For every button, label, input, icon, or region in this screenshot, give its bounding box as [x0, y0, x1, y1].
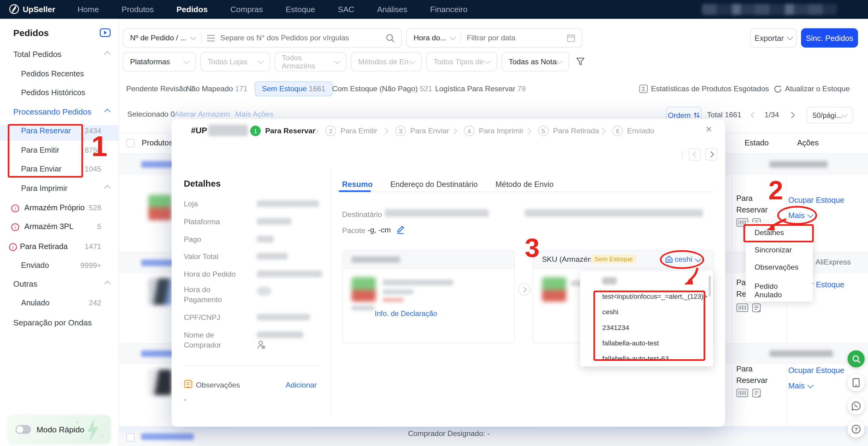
- redacted-line: [382, 279, 454, 285]
- sidebar-section-processando[interactable]: Processando Pedidos: [13, 107, 112, 116]
- floating-search-button[interactable]: [847, 350, 865, 368]
- item-label: Para Retirada: [20, 242, 68, 251]
- barcode-icon[interactable]: [736, 388, 748, 397]
- tab-sem-estoque[interactable]: Sem Estoque 1661: [255, 82, 333, 96]
- search-icon[interactable]: [386, 34, 395, 42]
- nav-item-produtos[interactable]: Produtos: [122, 5, 154, 13]
- modal-prev-button[interactable]: [689, 149, 701, 161]
- redacted-value: [257, 253, 288, 260]
- add-observation-link[interactable]: Adicionar: [285, 381, 317, 389]
- column-header-produtos: Produtos: [142, 138, 173, 147]
- tab-resumo[interactable]: Resumo: [342, 180, 373, 189]
- clipboard-icon[interactable]: [752, 303, 761, 313]
- tab-endereco-destinatario[interactable]: Endereço do Destinatário: [390, 180, 478, 189]
- chevron-up-icon[interactable]: [104, 281, 111, 287]
- nav-item-pedidos[interactable]: Pedidos: [176, 5, 208, 13]
- redacted-card-title: [351, 256, 400, 263]
- nav-item-sac[interactable]: SAC: [338, 5, 354, 13]
- order-search-input[interactable]: [219, 33, 386, 43]
- sidebar-section-separacao-ondas[interactable]: Separação por Ondas: [13, 318, 112, 327]
- tab-logistica-reservar[interactable]: Logística Para Reservar 79: [435, 85, 526, 93]
- sidebar-item-para-retirada[interactable]: Para Retirada 1471: [20, 242, 101, 251]
- quick-mode-toggle[interactable]: [16, 425, 31, 434]
- step-number-badge: 6: [612, 126, 623, 136]
- menu-item-sincronizar[interactable]: Sincronizar: [746, 241, 812, 258]
- sidebar-section-total-pedidos[interactable]: Total Pedidos: [13, 50, 112, 59]
- refresh-stock-link[interactable]: Atualizar o Estoque: [774, 85, 849, 93]
- pencil-icon[interactable]: [396, 225, 405, 234]
- nav-item-financeiro[interactable]: Financeiro: [430, 5, 468, 13]
- tab-com-estoque[interactable]: Com Estoque (Não Pago) 521: [332, 85, 432, 93]
- nav-item-compras[interactable]: Compras: [230, 5, 263, 13]
- menu-item-observacoes[interactable]: Observações: [746, 258, 812, 276]
- pacote-label: Pacote: [342, 226, 366, 236]
- chevron-up-icon[interactable]: [104, 109, 111, 115]
- order-number-select[interactable]: Nº de Pedido / ...: [123, 34, 200, 42]
- occupy-stock-link[interactable]: Ocupar Estoque: [788, 195, 844, 204]
- notes-select[interactable]: Todas as Notas...: [502, 52, 569, 71]
- step-2-para-emitir: 2 Para Emitir: [326, 126, 377, 136]
- more-dropdown-link[interactable]: Mais: [788, 381, 812, 390]
- change-warehouse-link[interactable]: Alterar Armazém: [174, 110, 230, 118]
- clipboard-icon[interactable]: [752, 388, 761, 398]
- declaration-info-link[interactable]: Info. de Declaração: [375, 309, 437, 318]
- floating-whatsapp-button[interactable]: [847, 397, 865, 414]
- sidebar-item-para-imprimir[interactable]: Para Imprimir: [21, 184, 112, 192]
- sidebar-section-outras[interactable]: Outras: [13, 279, 112, 288]
- close-icon[interactable]: ×: [706, 123, 712, 135]
- sidebar-item-anulado[interactable]: Anulado 242: [21, 298, 101, 307]
- question-icon: ?: [851, 424, 861, 434]
- sidebar-item-pedidos-recentes[interactable]: Pedidos Recentes: [21, 69, 112, 78]
- time-type-select[interactable]: Hora do...: [407, 34, 461, 42]
- step-1-para-reservar: 1 Para Reservar: [250, 126, 315, 136]
- redacted-order-link[interactable]: [141, 433, 194, 440]
- tab-pendente-revisao[interactable]: Pendente Revisão 2: [126, 85, 193, 93]
- warehouses-select[interactable]: Todos Armazéns: [275, 52, 346, 71]
- nav-item-home[interactable]: Home: [78, 5, 99, 13]
- sidebar-item-enviado[interactable]: Enviado 9999+: [21, 261, 101, 269]
- next-item-button[interactable]: [518, 283, 530, 295]
- occupy-stock-link[interactable]: Ocupar Estoque: [788, 366, 844, 375]
- sync-orders-button[interactable]: Sinc. Pedidos: [801, 28, 858, 47]
- select-all-checkbox[interactable]: [126, 139, 134, 147]
- sidebar-item-pedidos-historicos[interactable]: Pedidos Históricos: [21, 88, 112, 97]
- arrow-right-icon: [521, 287, 526, 292]
- sidebar-item-armazem-3pl[interactable]: Armazém 3PL 5: [24, 222, 101, 230]
- row-checkbox[interactable]: [126, 433, 134, 442]
- tutorial-video-icon[interactable]: [100, 28, 111, 37]
- tab-nao-mapeado[interactable]: Não Mapeado 171: [186, 85, 248, 93]
- stats-esgotados-link[interactable]: Σ Estatísticas de Produtos Esgotados: [640, 85, 769, 93]
- page-size-select[interactable]: 50/pági...: [806, 107, 853, 124]
- step-number-badge: 1: [250, 126, 261, 136]
- dropdown-scrollbar[interactable]: [709, 276, 711, 297]
- shipping-methods-select[interactable]: Métodos de En...: [351, 52, 422, 71]
- nav-item-estoque[interactable]: Estoque: [285, 5, 315, 13]
- floating-help-button[interactable]: ?: [847, 420, 865, 438]
- annotation-number-2: 2: [768, 175, 783, 205]
- nav-item-analises[interactable]: Análises: [377, 5, 407, 13]
- chevron-up-icon[interactable]: [104, 185, 111, 191]
- platforms-select[interactable]: Plataformas: [123, 52, 196, 71]
- calendar-icon[interactable]: [567, 34, 575, 42]
- chevron-up-icon[interactable]: [104, 51, 111, 58]
- stores-select[interactable]: Todas Lojas: [200, 52, 270, 71]
- date-range-input[interactable]: [461, 33, 567, 43]
- funnel-icon[interactable]: [576, 57, 585, 66]
- select-value: Todas Lojas: [208, 58, 248, 66]
- order-types-select[interactable]: Todos Tipos de ...: [426, 52, 497, 71]
- sidebar-item-armazem-proprio[interactable]: Armazém Próprio 528: [24, 203, 101, 212]
- person-icon[interactable]: [257, 340, 265, 349]
- brand[interactable]: UpSeller: [9, 4, 55, 14]
- floating-mobile-button[interactable]: [847, 374, 865, 391]
- next-page-icon[interactable]: [788, 112, 795, 119]
- prev-page-icon[interactable]: [751, 112, 757, 119]
- export-button[interactable]: Exportar: [750, 28, 797, 47]
- modal-next-button[interactable]: [705, 149, 717, 161]
- redacted-option[interactable]: [602, 277, 616, 285]
- tab-metodo-envio[interactable]: Método de Envio: [496, 180, 554, 189]
- more-actions-link[interactable]: Mais Ações: [235, 110, 273, 118]
- barcode-icon[interactable]: [736, 303, 748, 312]
- menu-item-pedido-anulado[interactable]: Pedido Anulado: [746, 276, 812, 303]
- toggle-knob: [17, 426, 23, 433]
- tab-label: Com Estoque (Não Pago): [332, 85, 417, 93]
